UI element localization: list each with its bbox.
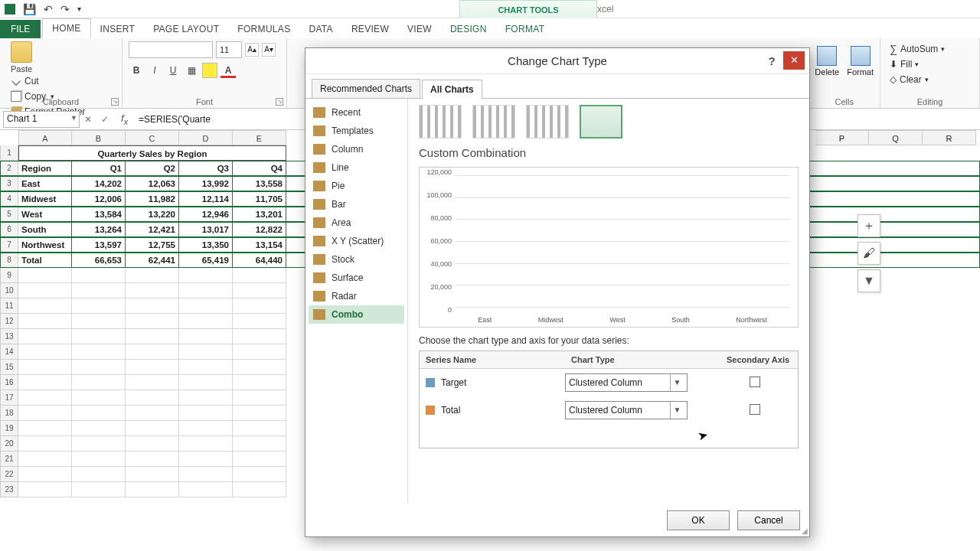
cell[interactable] bbox=[72, 452, 126, 467]
italic-button[interactable]: I bbox=[147, 63, 162, 78]
cell[interactable] bbox=[72, 329, 126, 344]
tab-formulas[interactable]: FORMULAS bbox=[228, 20, 299, 38]
row-header[interactable]: 11 bbox=[0, 298, 18, 314]
cell[interactable] bbox=[179, 268, 233, 283]
col-header[interactable]: Q bbox=[869, 130, 923, 145]
cell[interactable]: 13,597 bbox=[72, 237, 126, 253]
tab-file[interactable]: FILE bbox=[0, 20, 41, 38]
cell[interactable]: 11,982 bbox=[126, 191, 179, 207]
cell[interactable] bbox=[233, 360, 286, 375]
cell[interactable]: Q2 bbox=[126, 161, 179, 176]
qat-customize-icon[interactable]: ▾ bbox=[77, 5, 81, 13]
cell[interactable] bbox=[233, 344, 286, 360]
cell[interactable]: 12,755 bbox=[126, 237, 179, 253]
col-header[interactable]: P bbox=[815, 130, 869, 145]
cell[interactable]: 12,421 bbox=[126, 222, 179, 237]
cell[interactable]: Quarterly Sales by Region bbox=[18, 145, 286, 161]
save-icon[interactable]: 💾 bbox=[23, 3, 36, 15]
combo-subtype-3[interactable] bbox=[526, 105, 569, 139]
col-header[interactable]: C bbox=[126, 130, 179, 145]
row-header[interactable]: 18 bbox=[0, 406, 18, 421]
cell[interactable] bbox=[179, 452, 233, 467]
clipboard-dialog-icon[interactable]: ↘ bbox=[111, 98, 119, 106]
cell[interactable]: 13,154 bbox=[233, 237, 286, 253]
cell[interactable]: 11,705 bbox=[233, 191, 286, 207]
cell[interactable] bbox=[233, 314, 286, 329]
cell[interactable] bbox=[126, 436, 179, 452]
font-size-select[interactable]: 11 bbox=[216, 41, 242, 58]
cell[interactable]: Midwest bbox=[18, 191, 72, 207]
clear-button[interactable]: ◇Clear▾ bbox=[890, 72, 973, 87]
font-color-button[interactable]: A bbox=[220, 63, 236, 78]
cell[interactable] bbox=[18, 268, 72, 283]
cell[interactable]: 12,946 bbox=[179, 207, 233, 222]
chart-category-x-y-scatter-[interactable]: X Y (Scatter) bbox=[309, 232, 404, 250]
cell[interactable] bbox=[233, 329, 286, 344]
cell[interactable] bbox=[233, 436, 286, 452]
cell[interactable] bbox=[233, 452, 286, 467]
ok-button[interactable]: OK bbox=[667, 510, 730, 530]
cell[interactable]: 13,017 bbox=[179, 222, 233, 237]
tab-design[interactable]: DESIGN bbox=[441, 20, 496, 38]
chart-category-recent[interactable]: Recent bbox=[309, 103, 404, 122]
tab-view[interactable]: VIEW bbox=[398, 20, 441, 38]
row-header[interactable]: 5 bbox=[0, 207, 18, 222]
cell[interactable]: Q3 bbox=[179, 161, 233, 176]
cell[interactable]: South bbox=[18, 222, 72, 237]
cell[interactable] bbox=[18, 436, 72, 452]
cell[interactable]: 62,441 bbox=[126, 253, 179, 268]
cell[interactable] bbox=[72, 298, 126, 314]
cell[interactable] bbox=[179, 421, 233, 436]
cell[interactable] bbox=[18, 482, 72, 497]
format-button[interactable]: Format bbox=[847, 46, 874, 77]
cell[interactable] bbox=[179, 314, 233, 329]
cell[interactable] bbox=[126, 375, 179, 390]
secondary-axis-checkbox[interactable] bbox=[750, 377, 760, 387]
paste-button[interactable]: Paste bbox=[6, 41, 37, 73]
cell[interactable]: 65,419 bbox=[179, 253, 233, 268]
tab-insert[interactable]: INSERT bbox=[91, 20, 145, 38]
bold-button[interactable]: B bbox=[129, 63, 144, 78]
cell[interactable]: 66,653 bbox=[72, 253, 126, 268]
font-name-select[interactable] bbox=[129, 41, 213, 58]
cell[interactable] bbox=[72, 268, 126, 283]
row-header[interactable]: 3 bbox=[0, 176, 18, 191]
cell[interactable]: 13,584 bbox=[72, 207, 126, 222]
cell[interactable] bbox=[18, 329, 72, 344]
cell[interactable] bbox=[126, 482, 179, 497]
chart-category-area[interactable]: Area bbox=[309, 214, 404, 232]
row-header[interactable]: 1 bbox=[0, 145, 18, 161]
tab-home[interactable]: HOME bbox=[42, 18, 90, 38]
cell[interactable]: 13,350 bbox=[179, 237, 233, 253]
combo-subtype-2[interactable] bbox=[472, 105, 515, 139]
cell[interactable] bbox=[126, 406, 179, 421]
cell[interactable] bbox=[18, 452, 72, 467]
row-header[interactable]: 15 bbox=[0, 360, 18, 375]
cell[interactable] bbox=[72, 283, 126, 298]
cell[interactable]: 12,006 bbox=[72, 191, 126, 207]
resize-grip-icon[interactable]: ◢ bbox=[802, 527, 808, 535]
cell[interactable]: 64,440 bbox=[233, 253, 286, 268]
autosum-button[interactable]: ∑AutoSum▾ bbox=[890, 41, 973, 57]
formula-input[interactable]: =SERIES('Quarte bbox=[136, 114, 258, 125]
cell[interactable] bbox=[72, 421, 126, 436]
row-header[interactable]: 10 bbox=[0, 283, 18, 298]
redo-icon[interactable]: ↷ bbox=[60, 3, 70, 15]
cell[interactable] bbox=[72, 314, 126, 329]
cell[interactable] bbox=[179, 298, 233, 314]
cell[interactable] bbox=[72, 467, 126, 482]
cell[interactable] bbox=[179, 436, 233, 452]
cell[interactable]: Total bbox=[18, 253, 72, 268]
combo-subtype-custom[interactable] bbox=[580, 105, 622, 139]
chart-category-surface[interactable]: Surface bbox=[309, 269, 404, 287]
chart-category-combo[interactable]: Combo bbox=[309, 305, 404, 324]
cell[interactable] bbox=[126, 314, 179, 329]
cell[interactable] bbox=[18, 406, 72, 421]
row-header[interactable]: 4 bbox=[0, 191, 18, 207]
row-header[interactable]: 7 bbox=[0, 237, 18, 253]
border-button[interactable]: ▦ bbox=[184, 63, 199, 78]
row-header[interactable]: 8 bbox=[0, 253, 18, 268]
combo-subtype-1[interactable] bbox=[419, 105, 462, 139]
cell[interactable] bbox=[18, 390, 72, 406]
tab-all-charts[interactable]: All Charts bbox=[422, 80, 482, 99]
